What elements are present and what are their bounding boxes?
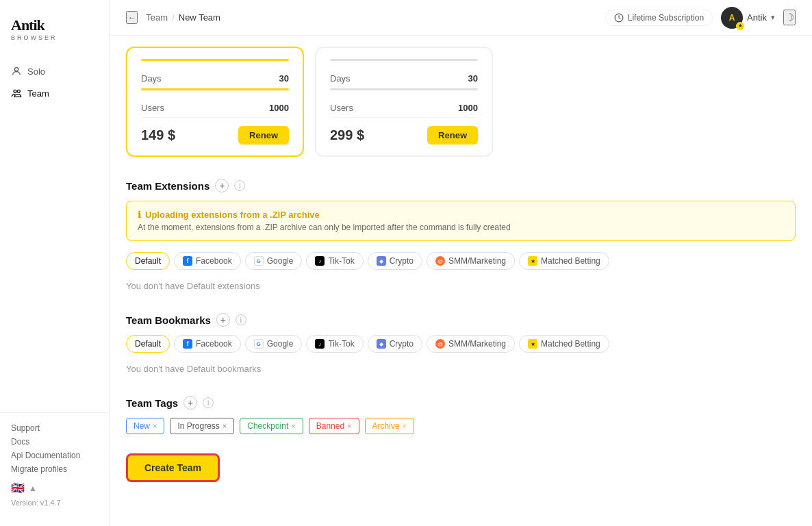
user-name: Antik (747, 12, 767, 23)
bm-tab-crypto[interactable]: ◆ Crypto (368, 335, 422, 353)
tag-banned-remove[interactable]: × (347, 422, 351, 430)
plan2-renew-button[interactable]: Renew (427, 126, 478, 145)
extensions-empty-text: You don't have Default extensions (126, 278, 796, 294)
bm-crypto-icon: ◆ (377, 339, 386, 349)
bm-tab-default[interactable]: Default (126, 335, 170, 353)
bm-smm-icon: @ (435, 339, 445, 349)
bm-tab-smm[interactable]: @ SMM/Marketing (427, 335, 515, 353)
facebook-icon: f (183, 256, 192, 266)
tag-new-remove[interactable]: × (153, 422, 157, 430)
bookmarks-info-icon[interactable]: i (236, 314, 246, 325)
api-docs-link[interactable]: Api Documentation (11, 449, 98, 462)
ext-tab-default[interactable]: Default (126, 252, 170, 270)
warning-title: ℹ Uploading extensions from a .ZIP archi… (138, 210, 784, 220)
smm-icon: @ (435, 256, 445, 266)
plan-divider-2 (330, 59, 478, 61)
breadcrumb-current: New Team (179, 12, 220, 23)
tags-header: Team Tags + i (126, 396, 796, 410)
sidebar-footer: Support Docs Api Documentation Migrate p… (0, 412, 109, 515)
bookmarks-header: Team Bookmarks + i (126, 313, 796, 327)
bm-tiktok-icon: ♪ (315, 339, 325, 349)
page-header: ← Team / New Team Lifetime Subscription … (110, 0, 812, 36)
back-button[interactable]: ← (126, 11, 138, 24)
bm-tab-tiktok[interactable]: ♪ Tik-Tok (306, 335, 363, 353)
tags-info-icon[interactable]: i (203, 397, 214, 408)
theme-toggle[interactable]: ☽ (783, 10, 796, 25)
bookmarks-tab-bar: Default f Facebook G Google ♪ Tik-Tok ◆ (126, 335, 796, 353)
svg-point-1 (14, 90, 16, 92)
tag-archive-remove[interactable]: × (403, 422, 407, 430)
ext-tab-google[interactable]: G Google (245, 252, 303, 270)
tiktok-icon: ♪ (315, 256, 325, 266)
migrate-link[interactable]: Migrate profiles (11, 462, 98, 476)
tags-add-button[interactable]: + (183, 396, 197, 410)
tag-checkpoint-remove[interactable]: × (291, 422, 295, 430)
ext-tab-tiktok[interactable]: ♪ Tik-Tok (306, 252, 363, 270)
bm-tab-facebook[interactable]: f Facebook (174, 335, 241, 353)
plan-divider-1 (141, 59, 289, 61)
group-icon (11, 88, 22, 99)
plan1-users-row: Users 1000 (141, 99, 289, 118)
plan1-footer: 149 $ Renew (141, 126, 289, 145)
sidebar-item-solo-label: Solo (27, 66, 45, 77)
plan2-days-label: Days (330, 73, 351, 84)
ext-tab-facebook[interactable]: f Facebook (174, 252, 241, 270)
plan-divider-1b (141, 88, 289, 90)
docs-link[interactable]: Docs (11, 435, 98, 449)
subscription-badge[interactable]: Lifetime Subscription (605, 10, 713, 26)
plan1-price: 149 $ (141, 127, 175, 143)
extensions-warning: ℹ Uploading extensions from a .ZIP archi… (126, 201, 796, 241)
tag-archive-label: Archive (372, 421, 400, 431)
plan2-users-row: Users 1000 (330, 99, 478, 118)
plan1-users-value: 1000 (269, 103, 289, 113)
tag-inprogress-remove[interactable]: × (223, 422, 227, 430)
extensions-tab-bar: Default f Facebook G Google ♪ Tik-Tok ◆ (126, 252, 796, 270)
sidebar-item-team-label: Team (27, 88, 49, 99)
ext-tab-crypto[interactable]: ◆ Crypto (368, 252, 422, 270)
breadcrumb-parent[interactable]: Team (146, 12, 168, 23)
plan2-footer: 299 $ Renew (330, 126, 478, 145)
bookmarks-section: Team Bookmarks + i Default f Facebook G … (126, 313, 796, 377)
ext-tab-matched[interactable]: ★ Matched Betting (519, 252, 609, 270)
avatar: A ★ (721, 7, 743, 29)
tag-inprogress: In Progress × (170, 418, 234, 434)
user-menu[interactable]: A ★ Antik ▾ (721, 7, 775, 29)
extensions-info-icon[interactable]: i (234, 180, 245, 191)
create-team-button[interactable]: Create Team (126, 453, 220, 482)
tag-checkpoint-label: Checkpoint (247, 421, 288, 431)
extensions-add-button[interactable]: + (215, 179, 229, 192)
warning-icon: ℹ (138, 210, 141, 220)
support-link[interactable]: Support (11, 421, 98, 435)
bm-tab-google[interactable]: G Google (245, 335, 303, 353)
plan1-renew-button[interactable]: Renew (238, 126, 289, 145)
page-content: Days 30 Users 1000 149 $ Renew (110, 36, 812, 526)
plan-card-1: Days 30 Users 1000 149 $ Renew (126, 47, 304, 157)
plan-divider-2b (330, 88, 478, 90)
tag-inprogress-label: In Progress (177, 421, 219, 431)
bm-facebook-icon: f (183, 339, 192, 349)
sidebar-item-team[interactable]: Team (0, 82, 109, 104)
bm-tab-matched[interactable]: ★ Matched Betting (519, 335, 609, 353)
tag-new: New × (126, 418, 164, 434)
tags-section: Team Tags + i New × In Progress × Checkp… (126, 396, 796, 434)
bookmarks-title: Team Bookmarks (126, 314, 211, 326)
bm-matched-icon: ★ (528, 339, 537, 349)
sidebar: Antik BROWSER Solo Team Support Docs Api… (0, 0, 110, 526)
tag-checkpoint: Checkpoint × (240, 418, 303, 434)
plan1-days-row: Days 30 (141, 69, 289, 88)
plan1-users-label: Users (141, 103, 164, 113)
extensions-section: Team Extensions + i ℹ Uploading extensio… (126, 179, 796, 294)
ext-tab-smm[interactable]: @ SMM/Marketing (427, 252, 515, 270)
tags-list: New × In Progress × Checkpoint × Banned … (126, 418, 796, 434)
bookmarks-add-button[interactable]: + (216, 313, 230, 327)
subscription-label: Lifetime Subscription (628, 13, 704, 23)
main-area: ← Team / New Team Lifetime Subscription … (110, 0, 812, 526)
tag-banned: Banned × (309, 418, 359, 434)
google-icon: G (254, 256, 264, 266)
language-selector[interactable]: 🇬🇧 ▲ (11, 481, 98, 494)
plan2-price: 299 $ (330, 127, 364, 143)
warning-text: At the moment, extensions from a .ZIP ar… (138, 223, 784, 232)
person-icon (11, 66, 22, 77)
plan1-days-label: Days (141, 73, 162, 84)
sidebar-item-solo[interactable]: Solo (0, 60, 109, 82)
